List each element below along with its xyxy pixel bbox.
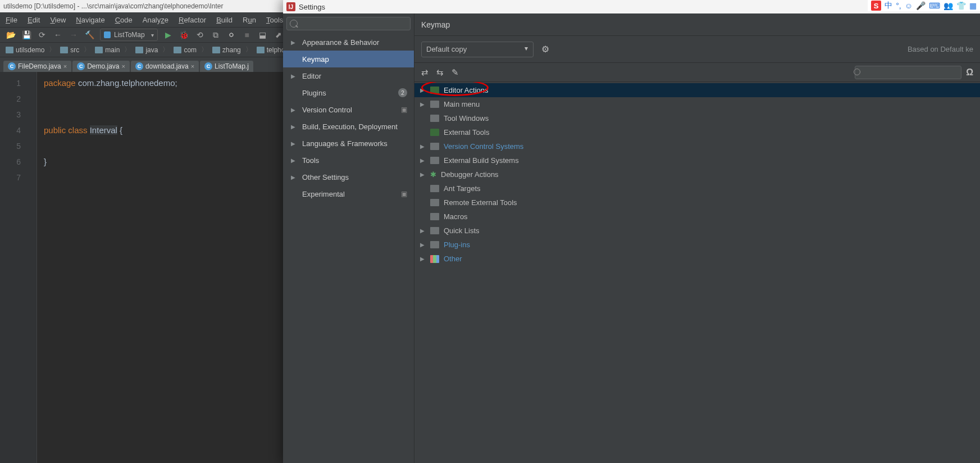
tree-ant-targets[interactable]: ▶Ant Targets [414,181,980,196]
tray-face-icon[interactable]: ☺ [905,1,913,10]
crumb-zhang[interactable]: zhang [210,46,243,54]
tray-grid-icon[interactable]: ▦ [969,1,977,10]
menu-file[interactable]: File [6,16,17,24]
tree-external-tools[interactable]: ▶External Tools [414,125,980,139]
stop-icon[interactable]: ■ [242,30,252,40]
action-bar: ⇄ ⇆ ✎ Ω [414,63,980,82]
class-icon: C [135,62,143,70]
tree-main-menu[interactable]: ▶Main menu [414,97,980,111]
nav-experimental[interactable]: Experimental▣ [283,185,414,202]
crumb-java[interactable]: java [133,46,160,54]
tree-other[interactable]: ▶Other [414,252,980,266]
crumb-src[interactable]: src [58,46,81,54]
crumb-main[interactable]: main [93,46,122,54]
close-icon[interactable]: × [191,63,194,70]
tab-listtomap[interactable]: CListToMap.j [200,61,253,72]
nav-appearance[interactable]: ▶Appearance & Behavior [283,34,414,51]
nav-languages[interactable]: ▶Languages & Frameworks [283,135,414,152]
project-icon: ▣ [401,190,407,198]
folder-icon [430,227,439,234]
settings-main: Keymap Default copy ⚙ Based on Default k… [414,13,980,463]
menu-tools[interactable]: Tools [266,16,283,24]
bug-icon: ✱ [430,170,436,179]
nav-other[interactable]: ▶Other Settings [283,169,414,185]
menu-navigate[interactable]: Navigate [76,16,104,24]
folder-green-icon [430,129,439,136]
menu-run[interactable]: Run [243,16,256,24]
menu-view[interactable]: View [50,16,66,24]
nav-plugins[interactable]: Plugins2 [283,84,414,101]
menu-analyze[interactable]: Analyze [143,16,168,24]
plugins-badge: 2 [398,88,407,97]
tree-external-build[interactable]: ▶External Build Systems [414,153,980,167]
tray-keyboard-icon[interactable]: ⌨ [929,1,940,10]
sogou-ime-icon[interactable]: S [871,1,881,11]
tab-download[interactable]: Cdownload.java× [131,61,199,72]
crumb-utilsdemo[interactable]: utilsdemo [3,46,47,54]
intellij-icon: IJ [286,2,295,11]
system-tray: S 中 °, ☺ 🎤 ⌨ 👥 👕 ▦ [868,0,980,11]
tray-mic-icon[interactable]: 🎤 [916,1,926,10]
tree-macros[interactable]: ▶Macros [414,210,980,224]
keymap-search-input[interactable] [855,66,961,79]
coverage-icon[interactable]: ⟲ [195,30,205,40]
save-icon[interactable]: 💾 [21,30,31,40]
open-icon[interactable]: 📂 [6,30,16,40]
menu-refactor[interactable]: Refactor [179,16,206,24]
run-icon[interactable]: ▶ [163,30,174,40]
nav-build[interactable]: ▶Build, Execution, Deployment [283,118,414,135]
forward-icon[interactable]: → [69,30,79,40]
tree-quick-lists[interactable]: ▶Quick Lists [414,224,980,238]
keymap-toolbar: Default copy ⚙ Based on Default ke [414,36,980,63]
nav-vcs[interactable]: ▶Version Control▣ [283,101,414,118]
class-icon: C [77,62,85,70]
main-header: Keymap [414,13,980,36]
nav-tools[interactable]: ▶Tools [283,152,414,169]
debug-icon[interactable]: 🐞 [179,30,189,40]
close-icon[interactable]: × [122,63,125,70]
tab-filedemo[interactable]: CFileDemo.java× [3,61,71,72]
menu-build[interactable]: Build [216,16,233,24]
expand-tree-icon[interactable]: ⇄ [421,67,429,78]
find-action-icon[interactable]: Ω [966,67,973,78]
update-icon[interactable]: ⬈ [274,30,284,40]
nav-search-input[interactable] [286,17,411,30]
folder-icon [430,241,439,248]
vcs-icon[interactable]: ⬓ [258,30,268,40]
folder-icon [430,185,439,192]
tab-demo[interactable]: CDemo.java× [72,61,130,72]
tree-tool-windows[interactable]: ▶Tool Windows [414,111,980,125]
tray-shirt-icon[interactable]: 👕 [956,1,966,10]
collapse-tree-icon[interactable]: ⇆ [436,67,444,78]
back-icon[interactable]: ← [53,30,63,40]
ime-lang-icon[interactable]: 中 [885,1,892,11]
nav-search[interactable] [286,17,411,30]
keymap-scheme-select[interactable]: Default copy [421,42,534,57]
folder-icon [430,157,439,164]
settings-dialog: IJ Settings ▶Appearance & Behavior Keyma… [283,0,980,463]
folder-icon [430,143,439,150]
build-icon[interactable]: 🔨 [84,30,94,40]
project-icon: ▣ [401,106,407,114]
tree-remote-external[interactable]: ▶Remote External Tools [414,196,980,210]
nav-editor[interactable]: ▶Editor [283,67,414,84]
run-config-select[interactable]: ListToMap [100,29,158,41]
profile-icon[interactable]: ⧉ [211,30,221,40]
other-icon [430,255,439,263]
tray-people-icon[interactable]: 👥 [943,1,953,10]
tree-vcs[interactable]: ▶Version Control Systems [414,139,980,153]
tree-debugger-actions[interactable]: ▶✱Debugger Actions [414,167,980,181]
menu-edit[interactable]: Edit [28,16,40,24]
class-icon: C [8,62,16,70]
crumb-com[interactable]: com [171,46,199,54]
tree-plugins[interactable]: ▶Plug-ins [414,238,980,252]
nav-keymap[interactable]: Keymap [283,51,414,67]
gear-icon[interactable]: ⚙ [541,44,549,55]
menu-code[interactable]: Code [115,16,133,24]
close-icon[interactable]: × [63,63,67,70]
tray-icon[interactable]: °, [896,1,901,10]
attach-icon[interactable]: ⭘ [226,30,236,40]
edit-shortcut-icon[interactable]: ✎ [452,67,459,78]
tree-editor-actions[interactable]: ▶Editor Actions [414,83,980,97]
refresh-icon[interactable]: ⟳ [37,30,47,40]
